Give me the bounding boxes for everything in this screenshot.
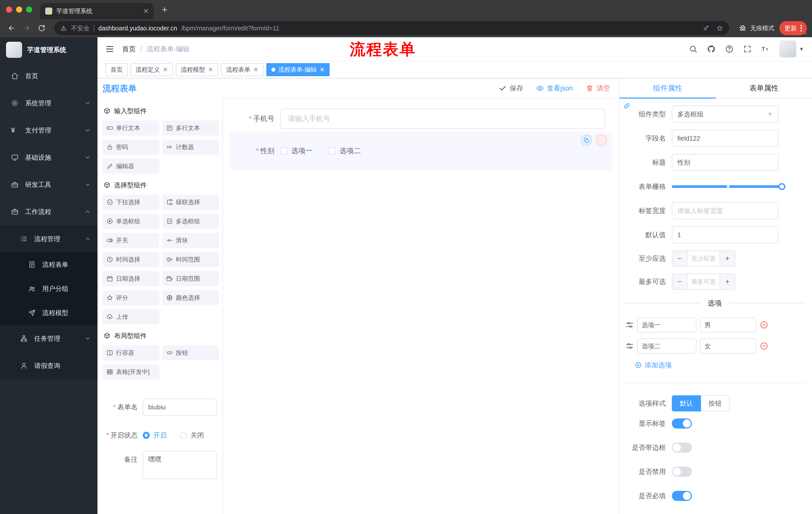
palette-item-cascader[interactable]: 级联选择 (162, 195, 219, 210)
help-icon[interactable] (725, 45, 734, 53)
form-name-input[interactable] (143, 399, 216, 416)
palette-item-select[interactable]: 下拉选择 (103, 195, 159, 210)
reload-icon[interactable] (35, 22, 48, 35)
github-icon[interactable] (707, 45, 716, 53)
tag-home[interactable]: 首页 (106, 63, 127, 76)
min-select-value[interactable]: 至少应选 (687, 251, 720, 266)
palette-item-upload[interactable]: 上传 (103, 309, 159, 324)
palette-item-rate[interactable]: 评分 (103, 290, 159, 305)
tag-process-form-edit-active[interactable]: 流程表单-编辑 ✕ (266, 63, 330, 76)
sidebar-item-devtools[interactable]: 研发工具 (0, 171, 97, 198)
sidebar-item-infrastructure[interactable]: 基础设施 (0, 144, 97, 171)
tag-close-icon[interactable]: ✕ (253, 66, 258, 73)
palette-item-switch[interactable]: 开关 (103, 233, 159, 248)
clear-button[interactable]: 清空 (586, 84, 610, 93)
tab-form-props[interactable]: 表单属性 (716, 78, 812, 98)
sidebar-item-user-group[interactable]: 用户分组 (0, 277, 97, 301)
drag-handle-icon[interactable] (626, 321, 634, 329)
save-button[interactable]: 保存 (499, 84, 523, 93)
checkbox-option-1[interactable]: 选项一 (280, 146, 313, 156)
palette-item-time-picker[interactable]: 时间选择 (103, 252, 159, 267)
palette-item-table[interactable]: 表格[开发中] (103, 364, 159, 379)
user-avatar-menu[interactable]: ▼ (779, 40, 804, 58)
tab-close-icon[interactable]: ✕ (143, 8, 149, 14)
sidebar-item-leave-query[interactable]: 请假查询 (0, 352, 97, 379)
palette-item-date-picker[interactable]: 日期选择 (103, 271, 159, 286)
palette-item-time-range[interactable]: 时间范围 (162, 252, 219, 267)
back-icon[interactable] (5, 22, 18, 35)
browser-update-button[interactable]: 更新 (779, 21, 807, 35)
browser-menu-icon[interactable] (801, 25, 802, 31)
palette-item-checkbox-group[interactable]: 多选框组 (162, 214, 219, 229)
form-remark-textarea[interactable]: 嘿嘿 (143, 451, 216, 479)
default-value-input[interactable] (672, 226, 778, 243)
palette-item-color-picker[interactable]: 颜色选择 (162, 290, 219, 305)
slider-handle[interactable] (778, 183, 785, 190)
palette-item-editor[interactable]: 编辑器 (103, 159, 159, 174)
max-select-value[interactable]: 最多可选 (687, 274, 720, 289)
password-key-icon[interactable] (703, 25, 709, 31)
search-icon[interactable] (689, 45, 697, 53)
sidebar-item-payment[interactable]: ¥ 支付管理 (0, 117, 97, 144)
radio-open[interactable]: 开启 (143, 431, 167, 440)
disabled-toggle[interactable] (672, 467, 692, 477)
palette-item-row-container[interactable]: 行容器 (103, 345, 159, 360)
tag-process-definition[interactable]: 流程定义 ✕ (130, 63, 173, 76)
minimize-window-button[interactable] (16, 6, 22, 12)
option-label-input[interactable] (637, 339, 696, 354)
palette-item-button[interactable]: 按钮 (162, 345, 219, 360)
add-option-button[interactable]: 添加选项 (635, 360, 812, 370)
breadcrumb-home[interactable]: 首页 (122, 45, 136, 54)
style-button-button[interactable]: 按钮 (701, 395, 730, 411)
increase-button[interactable]: + (720, 251, 735, 266)
field-gender-selected[interactable]: 性别 选项一 选项二 (230, 132, 612, 170)
zoom-window-button[interactable] (26, 6, 32, 12)
grid-slider[interactable] (672, 178, 784, 195)
browser-tab[interactable]: 芋道管理系统 ✕ (40, 3, 154, 19)
option-value-input[interactable] (700, 317, 756, 332)
drag-handle-icon[interactable] (626, 342, 634, 350)
remove-option-button[interactable] (760, 321, 768, 329)
decrease-button[interactable]: − (672, 274, 687, 289)
phone-input[interactable] (280, 109, 605, 129)
copy-field-button[interactable] (581, 135, 592, 146)
border-toggle[interactable] (672, 442, 692, 453)
increase-button[interactable]: + (720, 274, 735, 289)
address-bar[interactable]: 不安全 dashboard.yudao.iocoder.cn/bpm/manag… (54, 21, 729, 35)
component-type-select[interactable]: 多选框组 ▼ (672, 106, 778, 123)
fullscreen-icon[interactable] (743, 45, 752, 53)
font-size-icon[interactable]: TT (761, 45, 770, 53)
new-tab-button[interactable]: + (162, 5, 167, 14)
sidebar-item-system[interactable]: 系统管理 (0, 89, 97, 117)
checkbox-option-2[interactable]: 选项二 (329, 146, 361, 156)
tag-process-form[interactable]: 流程表单 ✕ (221, 63, 263, 76)
close-window-button[interactable] (6, 6, 12, 12)
bookmark-star-icon[interactable] (717, 25, 723, 31)
toolbar-overflow-chevron-icon[interactable]: ⌄ (804, 29, 808, 36)
tag-process-model[interactable]: 流程模型 ✕ (176, 63, 218, 76)
remove-option-button[interactable] (760, 342, 768, 350)
radio-closed[interactable]: 关闭 (180, 431, 204, 440)
option-label-input[interactable] (637, 317, 696, 332)
sidebar-item-process-model[interactable]: 流程模型 (0, 301, 97, 325)
forward-icon[interactable] (20, 22, 33, 35)
palette-item-multiline-text[interactable]: 多行文本 (162, 120, 219, 136)
style-default-button[interactable]: 默认 (672, 395, 701, 411)
title-input[interactable] (672, 154, 778, 171)
delete-field-button[interactable] (596, 135, 607, 146)
palette-item-password[interactable]: 密码 (103, 140, 159, 155)
tag-close-icon[interactable]: ✕ (163, 66, 168, 73)
sidebar-item-home[interactable]: 首页 (0, 62, 97, 89)
sidebar-item-process-form[interactable]: 流程表单 (0, 252, 97, 277)
palette-item-slider[interactable]: 滑块 (162, 233, 219, 248)
show-label-toggle[interactable] (672, 418, 692, 429)
tag-close-icon[interactable]: ✕ (320, 66, 325, 73)
label-width-input[interactable] (672, 202, 778, 219)
sidebar-item-process-management[interactable]: 流程管理 (0, 225, 97, 252)
tab-component-props[interactable]: 组件属性 (619, 78, 716, 98)
required-toggle[interactable] (672, 491, 692, 501)
field-name-input[interactable] (672, 130, 778, 147)
field-phone[interactable]: 手机号 (230, 109, 612, 129)
sidebar-item-task-management[interactable]: 任务管理 (0, 325, 97, 352)
hamburger-icon[interactable] (106, 45, 114, 53)
